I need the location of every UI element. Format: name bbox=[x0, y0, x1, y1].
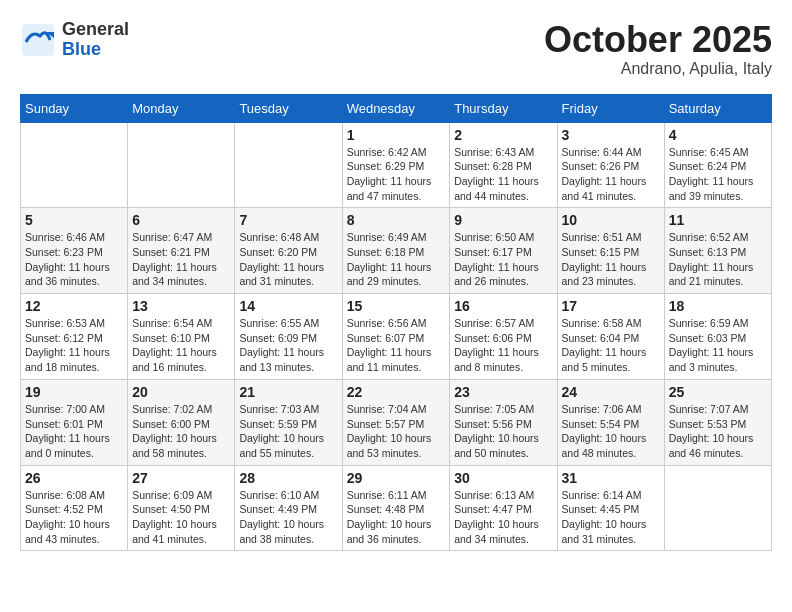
calendar-week-row: 12Sunrise: 6:53 AM Sunset: 6:12 PM Dayli… bbox=[21, 294, 772, 380]
calendar-cell: 2Sunrise: 6:43 AM Sunset: 6:28 PM Daylig… bbox=[450, 122, 557, 208]
day-number: 8 bbox=[347, 212, 446, 228]
calendar-cell: 3Sunrise: 6:44 AM Sunset: 6:26 PM Daylig… bbox=[557, 122, 664, 208]
weekday-header-friday: Friday bbox=[557, 94, 664, 122]
calendar-week-row: 26Sunrise: 6:08 AM Sunset: 4:52 PM Dayli… bbox=[21, 465, 772, 551]
calendar-cell: 28Sunrise: 6:10 AM Sunset: 4:49 PM Dayli… bbox=[235, 465, 342, 551]
calendar-cell bbox=[128, 122, 235, 208]
day-info: Sunrise: 6:54 AM Sunset: 6:10 PM Dayligh… bbox=[132, 316, 230, 375]
calendar-cell: 11Sunrise: 6:52 AM Sunset: 6:13 PM Dayli… bbox=[664, 208, 771, 294]
day-number: 26 bbox=[25, 470, 123, 486]
logo: General Blue bbox=[20, 20, 129, 60]
day-info: Sunrise: 6:48 AM Sunset: 6:20 PM Dayligh… bbox=[239, 230, 337, 289]
day-number: 16 bbox=[454, 298, 552, 314]
day-number: 4 bbox=[669, 127, 767, 143]
day-number: 22 bbox=[347, 384, 446, 400]
weekday-header-monday: Monday bbox=[128, 94, 235, 122]
calendar-cell: 17Sunrise: 6:58 AM Sunset: 6:04 PM Dayli… bbox=[557, 294, 664, 380]
calendar-week-row: 1Sunrise: 6:42 AM Sunset: 6:29 PM Daylig… bbox=[21, 122, 772, 208]
day-number: 13 bbox=[132, 298, 230, 314]
day-number: 10 bbox=[562, 212, 660, 228]
calendar-week-row: 19Sunrise: 7:00 AM Sunset: 6:01 PM Dayli… bbox=[21, 379, 772, 465]
day-info: Sunrise: 6:53 AM Sunset: 6:12 PM Dayligh… bbox=[25, 316, 123, 375]
calendar-cell: 14Sunrise: 6:55 AM Sunset: 6:09 PM Dayli… bbox=[235, 294, 342, 380]
calendar-cell: 20Sunrise: 7:02 AM Sunset: 6:00 PM Dayli… bbox=[128, 379, 235, 465]
day-number: 20 bbox=[132, 384, 230, 400]
day-info: Sunrise: 6:51 AM Sunset: 6:15 PM Dayligh… bbox=[562, 230, 660, 289]
day-info: Sunrise: 6:10 AM Sunset: 4:49 PM Dayligh… bbox=[239, 488, 337, 547]
calendar-cell: 23Sunrise: 7:05 AM Sunset: 5:56 PM Dayli… bbox=[450, 379, 557, 465]
calendar-table: SundayMondayTuesdayWednesdayThursdayFrid… bbox=[20, 94, 772, 552]
day-info: Sunrise: 7:04 AM Sunset: 5:57 PM Dayligh… bbox=[347, 402, 446, 461]
day-number: 21 bbox=[239, 384, 337, 400]
day-info: Sunrise: 6:14 AM Sunset: 4:45 PM Dayligh… bbox=[562, 488, 660, 547]
day-info: Sunrise: 6:43 AM Sunset: 6:28 PM Dayligh… bbox=[454, 145, 552, 204]
day-info: Sunrise: 6:13 AM Sunset: 4:47 PM Dayligh… bbox=[454, 488, 552, 547]
day-number: 18 bbox=[669, 298, 767, 314]
calendar-cell: 1Sunrise: 6:42 AM Sunset: 6:29 PM Daylig… bbox=[342, 122, 450, 208]
calendar-cell: 27Sunrise: 6:09 AM Sunset: 4:50 PM Dayli… bbox=[128, 465, 235, 551]
day-info: Sunrise: 6:11 AM Sunset: 4:48 PM Dayligh… bbox=[347, 488, 446, 547]
day-info: Sunrise: 6:57 AM Sunset: 6:06 PM Dayligh… bbox=[454, 316, 552, 375]
day-number: 28 bbox=[239, 470, 337, 486]
day-number: 11 bbox=[669, 212, 767, 228]
calendar-cell: 12Sunrise: 6:53 AM Sunset: 6:12 PM Dayli… bbox=[21, 294, 128, 380]
day-info: Sunrise: 6:50 AM Sunset: 6:17 PM Dayligh… bbox=[454, 230, 552, 289]
calendar-cell: 18Sunrise: 6:59 AM Sunset: 6:03 PM Dayli… bbox=[664, 294, 771, 380]
logo-text: General Blue bbox=[62, 20, 129, 60]
calendar-cell: 5Sunrise: 6:46 AM Sunset: 6:23 PM Daylig… bbox=[21, 208, 128, 294]
day-number: 24 bbox=[562, 384, 660, 400]
page-header: General Blue October 2025 Andrano, Apuli… bbox=[20, 20, 772, 78]
calendar-cell: 29Sunrise: 6:11 AM Sunset: 4:48 PM Dayli… bbox=[342, 465, 450, 551]
day-info: Sunrise: 6:52 AM Sunset: 6:13 PM Dayligh… bbox=[669, 230, 767, 289]
calendar-cell: 24Sunrise: 7:06 AM Sunset: 5:54 PM Dayli… bbox=[557, 379, 664, 465]
day-info: Sunrise: 7:05 AM Sunset: 5:56 PM Dayligh… bbox=[454, 402, 552, 461]
calendar-cell bbox=[21, 122, 128, 208]
day-number: 5 bbox=[25, 212, 123, 228]
day-info: Sunrise: 7:07 AM Sunset: 5:53 PM Dayligh… bbox=[669, 402, 767, 461]
calendar-cell: 21Sunrise: 7:03 AM Sunset: 5:59 PM Dayli… bbox=[235, 379, 342, 465]
weekday-header-tuesday: Tuesday bbox=[235, 94, 342, 122]
day-number: 7 bbox=[239, 212, 337, 228]
day-number: 23 bbox=[454, 384, 552, 400]
day-number: 3 bbox=[562, 127, 660, 143]
day-number: 6 bbox=[132, 212, 230, 228]
calendar-cell: 6Sunrise: 6:47 AM Sunset: 6:21 PM Daylig… bbox=[128, 208, 235, 294]
day-number: 25 bbox=[669, 384, 767, 400]
day-info: Sunrise: 6:46 AM Sunset: 6:23 PM Dayligh… bbox=[25, 230, 123, 289]
day-info: Sunrise: 6:58 AM Sunset: 6:04 PM Dayligh… bbox=[562, 316, 660, 375]
day-info: Sunrise: 7:00 AM Sunset: 6:01 PM Dayligh… bbox=[25, 402, 123, 461]
day-number: 30 bbox=[454, 470, 552, 486]
day-info: Sunrise: 6:47 AM Sunset: 6:21 PM Dayligh… bbox=[132, 230, 230, 289]
calendar-cell: 30Sunrise: 6:13 AM Sunset: 4:47 PM Dayli… bbox=[450, 465, 557, 551]
weekday-header-thursday: Thursday bbox=[450, 94, 557, 122]
calendar-cell: 31Sunrise: 6:14 AM Sunset: 4:45 PM Dayli… bbox=[557, 465, 664, 551]
day-info: Sunrise: 6:42 AM Sunset: 6:29 PM Dayligh… bbox=[347, 145, 446, 204]
day-number: 29 bbox=[347, 470, 446, 486]
calendar-cell: 10Sunrise: 6:51 AM Sunset: 6:15 PM Dayli… bbox=[557, 208, 664, 294]
calendar-cell: 22Sunrise: 7:04 AM Sunset: 5:57 PM Dayli… bbox=[342, 379, 450, 465]
day-number: 12 bbox=[25, 298, 123, 314]
calendar-cell: 4Sunrise: 6:45 AM Sunset: 6:24 PM Daylig… bbox=[664, 122, 771, 208]
month-title: October 2025 bbox=[544, 20, 772, 60]
day-info: Sunrise: 7:02 AM Sunset: 6:00 PM Dayligh… bbox=[132, 402, 230, 461]
calendar-cell: 26Sunrise: 6:08 AM Sunset: 4:52 PM Dayli… bbox=[21, 465, 128, 551]
weekday-header-sunday: Sunday bbox=[21, 94, 128, 122]
day-info: Sunrise: 6:56 AM Sunset: 6:07 PM Dayligh… bbox=[347, 316, 446, 375]
location-subtitle: Andrano, Apulia, Italy bbox=[544, 60, 772, 78]
day-number: 19 bbox=[25, 384, 123, 400]
calendar-cell: 16Sunrise: 6:57 AM Sunset: 6:06 PM Dayli… bbox=[450, 294, 557, 380]
day-info: Sunrise: 7:03 AM Sunset: 5:59 PM Dayligh… bbox=[239, 402, 337, 461]
day-info: Sunrise: 6:08 AM Sunset: 4:52 PM Dayligh… bbox=[25, 488, 123, 547]
day-number: 31 bbox=[562, 470, 660, 486]
calendar-cell bbox=[664, 465, 771, 551]
day-number: 14 bbox=[239, 298, 337, 314]
logo-general: General bbox=[62, 20, 129, 40]
logo-icon bbox=[20, 22, 56, 58]
calendar-cell bbox=[235, 122, 342, 208]
calendar-cell: 13Sunrise: 6:54 AM Sunset: 6:10 PM Dayli… bbox=[128, 294, 235, 380]
calendar-cell: 25Sunrise: 7:07 AM Sunset: 5:53 PM Dayli… bbox=[664, 379, 771, 465]
day-info: Sunrise: 6:59 AM Sunset: 6:03 PM Dayligh… bbox=[669, 316, 767, 375]
title-block: October 2025 Andrano, Apulia, Italy bbox=[544, 20, 772, 78]
day-info: Sunrise: 7:06 AM Sunset: 5:54 PM Dayligh… bbox=[562, 402, 660, 461]
calendar-cell: 19Sunrise: 7:00 AM Sunset: 6:01 PM Dayli… bbox=[21, 379, 128, 465]
